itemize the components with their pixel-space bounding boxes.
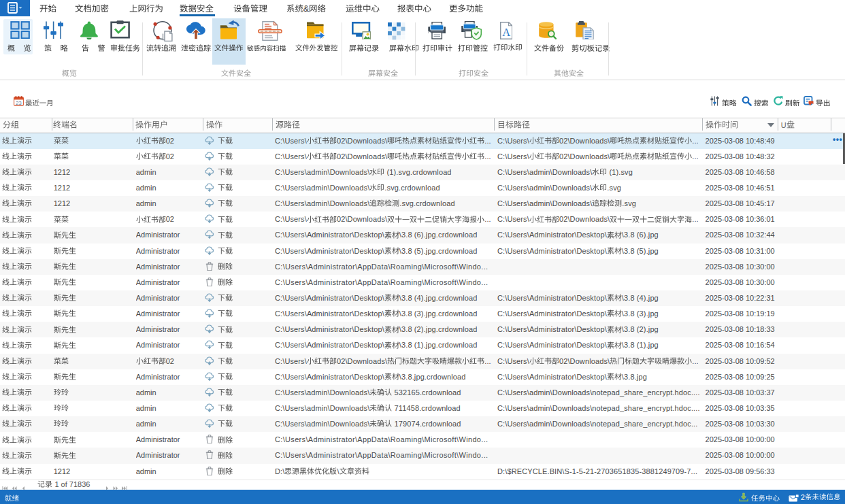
svg-text:A: A [502, 26, 510, 39]
svg-text:23: 23 [16, 100, 21, 106]
